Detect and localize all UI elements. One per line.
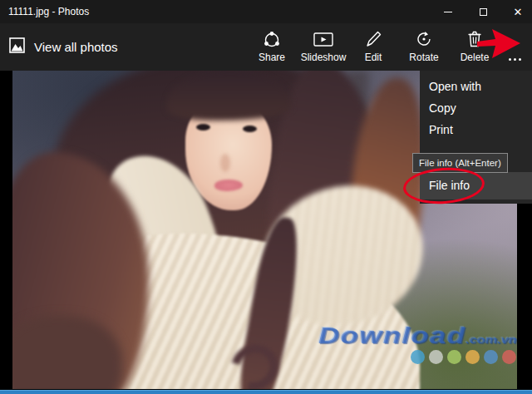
window-title: 11111.jpg - Photos: [8, 0, 89, 23]
slideshow-label: Slideshow: [301, 52, 347, 63]
maximize-button[interactable]: [470, 0, 495, 23]
edit-label: Edit: [365, 52, 382, 63]
watermark: Download.com.vn: [318, 323, 517, 349]
watermark-dots: [411, 350, 516, 364]
watermark-dot: [447, 350, 461, 364]
view-all-photos-button[interactable]: View all photos: [9, 23, 118, 71]
rotate-icon: [414, 29, 434, 49]
edit-button[interactable]: Edit: [347, 29, 399, 63]
photo-eye: [243, 126, 257, 132]
taskbar-edge-strip: [0, 390, 532, 394]
watermark-dot: [429, 350, 443, 364]
photos-gallery-icon: [9, 37, 25, 57]
watermark-brand: Download: [318, 323, 466, 348]
toolbar: View all photos Share Slideshow: [0, 23, 532, 71]
menu-item-open-with[interactable]: Open with: [420, 76, 532, 97]
close-button[interactable]: ✕: [504, 0, 532, 23]
share-icon: [262, 29, 282, 49]
menu-item-print[interactable]: Print: [420, 119, 532, 140]
share-button[interactable]: Share: [246, 29, 298, 63]
share-label: Share: [259, 52, 285, 63]
minimize-button[interactable]: [436, 0, 461, 23]
watermark-dot: [466, 350, 480, 364]
maximize-icon: [480, 8, 487, 16]
close-icon: ✕: [514, 6, 523, 18]
watermark-dot: [484, 350, 498, 364]
annotation-arrow-icon: [477, 28, 522, 63]
edit-pencil-icon: [363, 29, 383, 49]
menu-item-copy[interactable]: Copy: [420, 97, 532, 119]
watermark-suffix: .com.vn: [466, 333, 516, 346]
slideshow-button[interactable]: Slideshow: [298, 29, 349, 63]
photos-app-window: 11111.jpg - Photos ✕ View all photos: [0, 0, 532, 394]
titlebar: 11111.jpg - Photos ✕: [0, 0, 532, 23]
slideshow-icon: [313, 29, 334, 49]
photo-nose: [220, 154, 230, 172]
photo-eye: [196, 124, 210, 131]
watermark-dot: [411, 350, 425, 364]
rotate-label: Rotate: [409, 52, 438, 63]
rotate-button[interactable]: Rotate: [398, 29, 450, 63]
minimize-icon: [444, 12, 452, 12]
watermark-dot: [502, 350, 516, 364]
view-all-photos-label: View all photos: [34, 40, 118, 54]
